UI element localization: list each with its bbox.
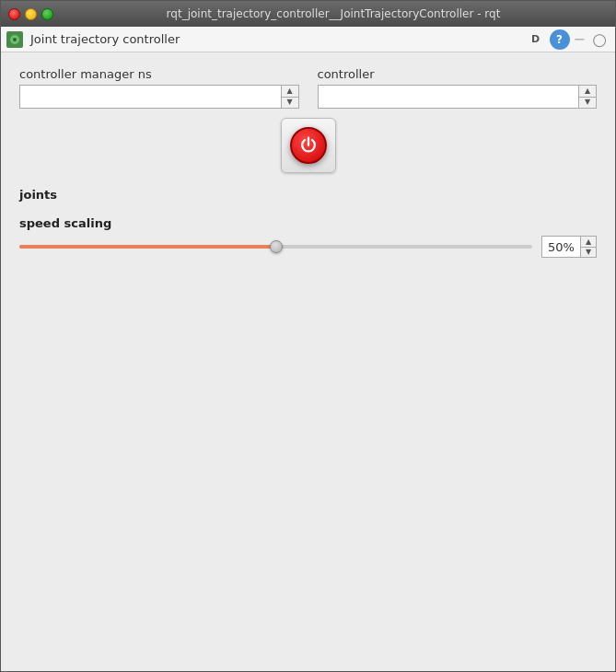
percent-value: 50% xyxy=(542,240,580,254)
d-button[interactable]: D xyxy=(526,29,546,50)
speed-header: speed scaling xyxy=(19,216,597,230)
traffic-lights xyxy=(8,8,53,20)
panel-close-button[interactable]: ○ xyxy=(589,29,610,50)
menu-title: Joint trajectory controller xyxy=(30,32,518,46)
slider-track xyxy=(19,245,532,249)
percent-arrows: ▲ ▼ xyxy=(580,237,596,257)
ns-arrow-down[interactable]: ▼ xyxy=(282,98,298,109)
title-bar: rqt_joint_trajectory_controller__JointTr… xyxy=(1,1,615,27)
ns-input[interactable] xyxy=(20,86,281,108)
help-button[interactable]: ? xyxy=(550,29,570,50)
ns-arrow-up[interactable]: ▲ xyxy=(282,86,298,98)
ns-group: controller manager ns ▲ ▼ xyxy=(19,67,299,109)
power-svg xyxy=(298,135,319,156)
svg-point-2 xyxy=(13,38,17,41)
speed-row: 50% ▲ ▼ xyxy=(19,236,597,258)
controller-label: controller xyxy=(318,67,598,81)
percent-arrow-up[interactable]: ▲ xyxy=(581,237,596,248)
slider-thumb[interactable] xyxy=(270,240,283,253)
menu-bar: Joint trajectory controller D ? − ○ xyxy=(1,27,615,52)
power-icon xyxy=(290,127,327,164)
ns-arrows: ▲ ▼ xyxy=(281,86,298,108)
percent-arrow-down[interactable]: ▼ xyxy=(581,248,596,258)
separator: − xyxy=(574,30,586,48)
window-title: rqt_joint_trajectory_controller__JointTr… xyxy=(59,7,608,20)
percent-spinner[interactable]: 50% ▲ ▼ xyxy=(541,236,597,258)
form-row: controller manager ns ▲ ▼ controller ▲ ▼ xyxy=(19,67,597,109)
content-area: controller manager ns ▲ ▼ controller ▲ ▼ xyxy=(1,52,615,671)
slider-fill xyxy=(19,245,276,249)
minimize-button[interactable] xyxy=(25,8,37,20)
app-icon xyxy=(6,31,23,48)
controller-arrow-up[interactable]: ▲ xyxy=(579,86,596,98)
power-btn-container xyxy=(19,118,597,173)
slider-container[interactable] xyxy=(19,238,532,256)
controller-input[interactable] xyxy=(319,86,579,108)
joints-section: joints xyxy=(19,188,597,207)
power-button[interactable] xyxy=(281,118,336,173)
controller-arrows: ▲ ▼ xyxy=(578,86,596,108)
controller-combo[interactable]: ▲ ▼ xyxy=(318,85,598,109)
menu-bar-right: D ? − ○ xyxy=(526,29,610,50)
close-button[interactable] xyxy=(8,8,20,20)
maximize-button[interactable] xyxy=(41,8,53,20)
main-window: rqt_joint_trajectory_controller__JointTr… xyxy=(0,0,616,672)
controller-group: controller ▲ ▼ xyxy=(318,67,598,109)
ns-label: controller manager ns xyxy=(19,67,299,81)
controller-arrow-down[interactable]: ▼ xyxy=(579,98,596,109)
speed-section: speed scaling 50% ▲ ▼ xyxy=(19,216,597,258)
joints-header: joints xyxy=(19,188,597,202)
ns-combo[interactable]: ▲ ▼ xyxy=(19,85,299,109)
